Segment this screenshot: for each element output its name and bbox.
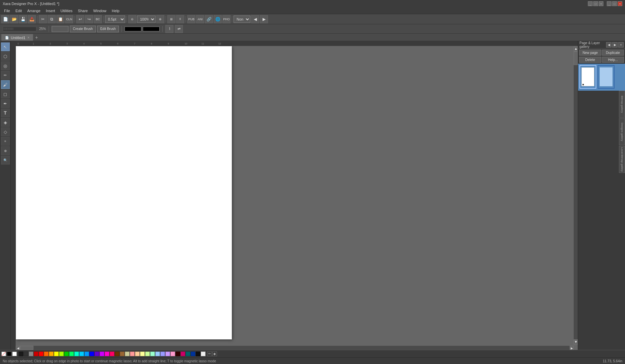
export-btn[interactable]: 📤 <box>28 15 36 23</box>
create-brush-button[interactable]: Create Brush <box>70 26 96 32</box>
none-dropdown[interactable]: None <box>234 16 250 23</box>
color-swatch-lavender[interactable] <box>165 352 170 356</box>
color-swatch-darkblue[interactable] <box>191 352 195 356</box>
color-swatch-mint[interactable] <box>69 352 74 356</box>
delete-page-button[interactable]: Delete <box>579 57 601 63</box>
color-swatch-ltpink[interactable] <box>130 352 135 356</box>
brush-width-input[interactable] <box>52 26 69 32</box>
color-swatch-yellow[interactable] <box>54 352 59 356</box>
color-swatch-aqua[interactable] <box>150 352 155 356</box>
menu-arrange[interactable]: Arrange <box>25 8 43 13</box>
color-swatch-black[interactable] <box>19 352 23 356</box>
color-swatch-blue[interactable] <box>89 352 94 356</box>
arrow-style-btn[interactable]: ⇌ <box>175 25 183 33</box>
doc-minimize-btn[interactable]: _ <box>588 1 593 6</box>
color-swatch-khaki[interactable] <box>125 352 130 356</box>
app-close-btn[interactable]: × <box>618 1 622 6</box>
color-swatch-midgray[interactable] <box>29 352 33 356</box>
magnify-btn[interactable]: 🔍 <box>1 156 10 164</box>
color-swatch-sky[interactable] <box>84 352 89 356</box>
next-btn[interactable]: ▶ <box>260 15 268 23</box>
color-swatch-lime[interactable] <box>59 352 64 356</box>
brush-preview-thick[interactable] <box>143 27 160 31</box>
doc-close-btn[interactable]: × <box>599 1 603 6</box>
color-swatch-indigo[interactable] <box>94 352 99 356</box>
color-swatch-orange[interactable] <box>44 352 49 356</box>
bitmap-copy-btn[interactable]: BC <box>94 15 102 23</box>
select-tool-btn[interactable]: ↖ <box>1 42 10 51</box>
white-swatch[interactable] <box>12 352 17 356</box>
app-restore-btn[interactable]: □ <box>612 1 617 6</box>
zoom-out-btn[interactable]: ⊖ <box>128 15 136 23</box>
menu-share[interactable]: Share <box>75 8 90 13</box>
zoom-dropdown[interactable]: 100%50%200% <box>137 16 156 23</box>
app-minimize-btn[interactable]: _ <box>607 1 612 6</box>
photo-btn[interactable]: PHO <box>222 15 230 23</box>
menu-edit[interactable]: Edit <box>13 8 25 13</box>
animate-btn[interactable]: ANI <box>196 15 204 23</box>
help-button[interactable]: Help... <box>602 57 624 63</box>
scrollbar-right-btn[interactable]: ► <box>570 346 574 350</box>
horizontal-scrollbar[interactable]: ◄ ► <box>16 346 574 350</box>
color-swatch-ltblue[interactable] <box>155 352 160 356</box>
doc-restore-btn[interactable]: □ <box>593 1 598 6</box>
color-swatch-amber[interactable] <box>49 352 54 356</box>
panel-close-btn[interactable]: × <box>618 42 624 48</box>
color-swatch-ltgreen[interactable] <box>145 352 150 356</box>
menu-utilities[interactable]: Utilities <box>58 8 75 13</box>
copy-btn[interactable]: ⧉ <box>48 15 56 23</box>
blend-tool-btn[interactable]: ≡ <box>1 137 10 146</box>
scrollbar-up-btn[interactable]: ▲ <box>574 46 578 52</box>
contour-tool-btn[interactable]: ◎ <box>1 61 10 70</box>
paste-btn[interactable]: 📋 <box>56 15 64 23</box>
color-swatch-green[interactable] <box>64 352 69 356</box>
color-swatch-darkbrown[interactable] <box>175 352 180 356</box>
duplicate-page-button[interactable]: Duplicate <box>602 50 624 56</box>
save-btn[interactable]: 💾 <box>19 15 27 23</box>
canvas-area[interactable]: 0 1 2 3 4 5 6 7 8 9 10 11 12 ▲ ▼ <box>11 41 578 350</box>
stroke-width-dropdown[interactable]: 0.5pt1pt2pt <box>105 16 125 23</box>
text-tool-btn[interactable]: T <box>1 109 10 117</box>
bitmap-gallery-tab[interactable]: Bitmap gallery <box>619 91 625 118</box>
new-btn[interactable]: 📄 <box>1 15 9 23</box>
local-bitmap-tab[interactable]: Local Bitmap gallery <box>619 146 625 173</box>
new-page-button[interactable]: New page <box>579 50 601 56</box>
align-btn[interactable]: ⧖ <box>176 15 184 23</box>
shape-tool-btn[interactable]: ◻ <box>1 90 10 98</box>
redo-btn[interactable]: ↪ <box>85 15 93 23</box>
brush-tool-btn[interactable]: 🖌 <box>1 80 10 89</box>
web-btn[interactable]: 🌐 <box>214 15 222 23</box>
add-tab-button[interactable]: + <box>33 34 40 41</box>
scrollbar-down-btn[interactable]: ▼ <box>574 339 578 345</box>
page-thumb-2[interactable] <box>598 65 615 89</box>
stroke-style-btn[interactable]: ⌇ <box>165 25 173 33</box>
color-swatch-nearwhite[interactable] <box>201 352 206 356</box>
transparency-tool-btn[interactable]: ◇ <box>1 127 10 136</box>
color-swatch-magenta[interactable] <box>181 352 185 356</box>
color-swatch-cream[interactable] <box>140 352 145 356</box>
clone-btn[interactable]: CLN <box>65 15 73 23</box>
color-swatch-rose[interactable] <box>110 352 114 356</box>
menu-file[interactable]: File <box>1 8 13 13</box>
tab-close-btn[interactable]: × <box>27 36 29 39</box>
undo-btn[interactable]: ↩ <box>76 15 84 23</box>
color-swatch-tan[interactable] <box>120 352 125 356</box>
link-btn[interactable]: 🔗 <box>205 15 213 23</box>
color-swatch-teal[interactable] <box>74 352 79 356</box>
color-swatch-pink[interactable] <box>105 352 109 356</box>
color-swatch-red1[interactable] <box>34 352 38 356</box>
document-canvas[interactable] <box>16 46 232 339</box>
vertical-scrollbar[interactable]: ▲ ▼ <box>574 46 578 345</box>
prev-btn[interactable]: ◀ <box>251 15 259 23</box>
edit-brush-button[interactable]: Edit Brush <box>97 26 119 32</box>
color-swatch-brown[interactable] <box>115 352 119 356</box>
color-edit-icon[interactable]: ✏ <box>207 352 212 356</box>
color-swatch-peach[interactable] <box>135 352 140 356</box>
color-swatch-nearblack[interactable] <box>196 352 200 356</box>
pen-tool-btn[interactable]: ✒ <box>1 99 10 108</box>
panel-nav-right[interactable]: ▶ <box>612 42 618 48</box>
zoom-in-btn[interactable]: ⊕ <box>156 15 164 23</box>
fill-tool-btn[interactable]: ◈ <box>1 118 10 127</box>
panel-nav-left[interactable]: ◀ <box>606 42 612 48</box>
color-swatch-ltrose[interactable] <box>170 352 175 356</box>
